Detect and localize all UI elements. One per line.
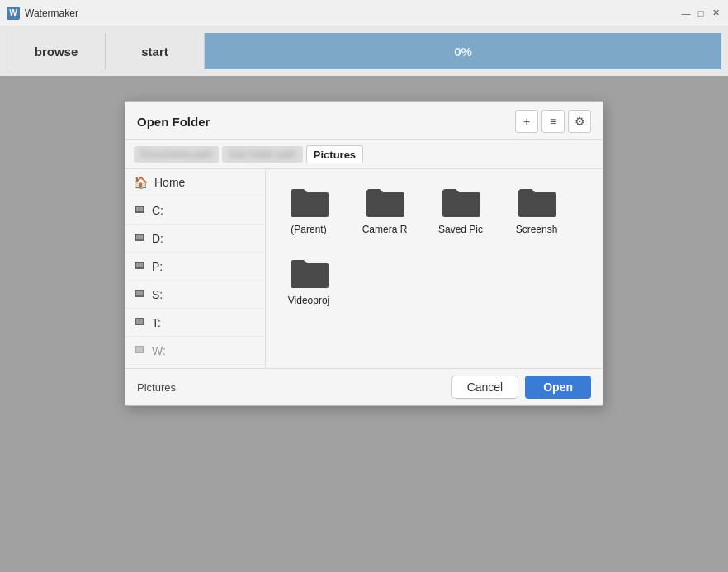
drive-s-icon [134,287,145,301]
file-item-parent[interactable]: (Parent) [276,179,342,240]
sidebar-item-d[interactable]: D: [125,225,265,253]
file-item-camera-roll[interactable]: Camera R [352,179,418,240]
dialog-titlebar: Open Folder + ≡ ⚙ [125,102,603,140]
sidebar-item-c[interactable]: C: [125,196,265,225]
sidebar-item-t[interactable]: T: [125,309,265,337]
file-label-camera-roll: Camera R [362,224,408,235]
maximize-button[interactable]: □ [695,7,707,19]
file-item-saved-pic[interactable]: Saved Pic [428,179,494,240]
file-item-screenshots[interactable]: Screensh [503,179,570,240]
svg-rect-1 [136,207,143,211]
folder-icon-saved-pic [439,184,482,220]
folder-icon-screenshots [515,184,558,220]
file-label-saved-pic: Saved Pic [438,224,483,235]
window-controls: — □ ✕ [680,7,721,19]
title-bar: W Watermaker — □ ✕ [0,0,728,26]
sidebar-item-p-label: P: [152,260,163,273]
progress-bar: 0% [205,33,721,69]
list-view-button[interactable]: ≡ [541,110,565,133]
main-toolbar: browse start 0% [0,26,728,76]
svg-rect-7 [136,291,143,295]
sidebar-item-p[interactable]: P: [125,253,265,281]
footer-buttons: Cancel Open [451,376,591,399]
dialog-toolbar-icons: + ≡ ⚙ [515,110,591,133]
sidebar-item-s[interactable]: S: [125,281,265,309]
sidebar-item-d-label: D: [152,232,163,245]
file-item-videoprojects[interactable]: Videoproj [276,250,342,311]
drive-t-icon [134,315,145,329]
folder-icon-parent [287,184,330,220]
sidebar-item-s-label: S: [152,288,163,301]
svg-rect-3 [136,235,143,239]
sidebar: 🏠 Home C: D: [125,169,266,368]
dialog-footer: Pictures Cancel Open [125,368,603,405]
cancel-button[interactable]: Cancel [451,376,519,399]
drive-w-icon [134,343,145,357]
footer-path: Pictures [137,381,176,394]
file-label-videoprojects: Videoproj [288,295,329,306]
app-icon: W [7,7,20,20]
file-label-parent: (Parent) [291,224,326,235]
app-body: Open Folder + ≡ ⚙ Documents path Sub fol… [0,76,728,572]
drive-p-icon [134,259,145,273]
close-button[interactable]: ✕ [710,7,721,19]
new-folder-button[interactable]: + [515,110,538,133]
open-button[interactable]: Open [525,376,591,399]
sidebar-item-home[interactable]: 🏠 Home [125,169,265,196]
drive-c-icon [134,203,145,217]
svg-rect-5 [136,263,143,267]
file-label-screenshots: Screensh [516,224,558,235]
sidebar-item-c-label: C: [152,204,163,217]
file-list: (Parent) Camera R [266,169,603,368]
breadcrumb-row: Documents path Sub folder path Pictures [125,140,603,169]
dialog-body: 🏠 Home C: D: [125,169,603,368]
folder-icon-videoprojects [287,255,330,291]
minimize-button[interactable]: — [680,7,692,19]
start-button[interactable]: start [106,33,205,69]
svg-rect-11 [136,347,143,352]
open-folder-dialog: Open Folder + ≡ ⚙ Documents path Sub fol… [125,101,603,406]
settings-button[interactable]: ⚙ [568,110,591,133]
dialog-overlay: Open Folder + ≡ ⚙ Documents path Sub fol… [0,76,728,572]
sidebar-item-w[interactable]: W: [125,337,265,365]
folder-icon-camera-roll [363,184,406,220]
app-title: Watermaker [25,7,680,19]
drive-d-icon [134,231,145,245]
breadcrumb-item-pictures[interactable]: Pictures [306,145,363,163]
home-icon: 🏠 [134,176,148,189]
sidebar-item-w-label: W: [152,344,166,357]
dialog-title: Open Folder [137,115,210,129]
browse-button[interactable]: browse [7,33,106,69]
sidebar-item-home-label: Home [154,176,185,189]
svg-rect-9 [136,319,143,324]
sidebar-item-t-label: T: [152,316,161,329]
breadcrumb-item-2[interactable]: Sub folder path [222,146,302,163]
breadcrumb-item-1[interactable]: Documents path [134,146,219,163]
